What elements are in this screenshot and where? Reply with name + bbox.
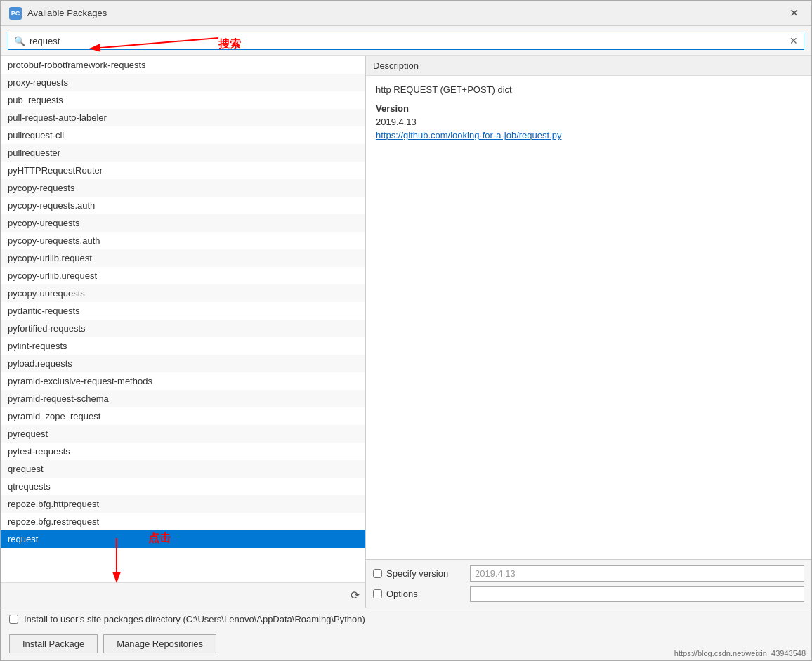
version-label: Version xyxy=(376,103,801,114)
install-checkbox-row: Install to user's site packages director… xyxy=(1,608,811,630)
package-item[interactable]: repoze.bfg.restrequest xyxy=(1,513,365,530)
right-panel: Description http REQUEST (GET+POST) dict… xyxy=(366,56,811,608)
package-item[interactable]: pullrequester xyxy=(1,144,365,162)
install-package-button[interactable]: Install Package xyxy=(9,634,98,653)
package-item[interactable]: pyload.requests xyxy=(1,355,365,372)
options-label[interactable]: Options xyxy=(373,589,464,599)
package-item[interactable]: pyHTTPRequestRouter xyxy=(1,162,365,179)
refresh-button[interactable]: ⟳ xyxy=(348,586,362,605)
search-bar: 🔍 ✕ xyxy=(1,26,811,56)
package-item[interactable]: pyramid-exclusive-request-methods xyxy=(1,372,365,390)
package-item[interactable]: pyramid-request-schema xyxy=(1,390,365,407)
description-body: http REQUEST (GET+POST) dict xyxy=(376,84,801,95)
package-item[interactable]: repoze.bfg.httprequest xyxy=(1,495,365,513)
left-panel: protobuf-robotframework-requestsproxy-re… xyxy=(1,56,366,608)
package-item[interactable]: pyfortified-requests xyxy=(1,320,365,337)
package-item[interactable]: pycopy-requests.auth xyxy=(1,197,365,214)
package-item[interactable]: pycopy-uurequests xyxy=(1,284,365,302)
description-content: http REQUEST (GET+POST) dict Version 201… xyxy=(366,76,811,559)
package-item[interactable]: pycopy-urequests.auth xyxy=(1,232,365,249)
clear-icon[interactable]: ✕ xyxy=(790,35,798,46)
package-item[interactable]: protobuf-robotframework-requests xyxy=(1,56,365,74)
options-checkbox[interactable] xyxy=(373,589,382,598)
version-input[interactable] xyxy=(470,565,804,582)
options-row: Options xyxy=(373,586,804,602)
close-button[interactable]: ✕ xyxy=(785,6,803,20)
watermark: https://blog.csdn.net/weixin_43943548 xyxy=(674,649,806,657)
package-item[interactable]: pub_requests xyxy=(1,91,365,109)
window-title: Available Packages xyxy=(27,8,107,18)
install-user-checkbox[interactable] xyxy=(9,615,18,624)
manage-repositories-button[interactable]: Manage Repositories xyxy=(103,634,216,653)
specify-version-checkbox[interactable] xyxy=(373,569,382,578)
package-item[interactable]: pycopy-urllib.request xyxy=(1,249,365,267)
package-item[interactable]: pydantic-requests xyxy=(1,302,365,320)
package-item[interactable]: request xyxy=(1,530,365,548)
package-item[interactable]: pycopy-urequests xyxy=(1,214,365,232)
options-input[interactable] xyxy=(470,586,804,602)
package-item[interactable]: pycopy-requests xyxy=(1,179,365,197)
package-item[interactable]: pullrequest-cli xyxy=(1,126,365,144)
title-bar-left: PC Available Packages xyxy=(9,7,107,20)
search-input[interactable] xyxy=(30,36,785,46)
package-item[interactable]: pyramid_zope_request xyxy=(1,407,365,425)
install-checkbox-label: Install to user's site packages director… xyxy=(24,614,365,624)
button-row-left: Install Package Manage Repositories xyxy=(9,634,216,653)
main-window: PC Available Packages ✕ 🔍 ✕ protobuf-rob… xyxy=(0,0,812,661)
package-item[interactable]: pylint-requests xyxy=(1,337,365,355)
package-item[interactable]: proxy-requests xyxy=(1,74,365,91)
package-item[interactable]: qrequest xyxy=(1,460,365,478)
bottom-controls: Specify version Options xyxy=(366,559,811,608)
version-number: 2019.4.13 xyxy=(376,117,801,127)
content-area: protobuf-robotframework-requestsproxy-re… xyxy=(1,56,811,608)
package-item[interactable]: pull-request-auto-labeler xyxy=(1,109,365,126)
search-input-wrap[interactable]: 🔍 ✕ xyxy=(8,32,804,50)
version-link[interactable]: https://github.com/looking-for-a-job/req… xyxy=(376,130,801,140)
app-icon: PC xyxy=(9,7,22,20)
specify-version-row: Specify version xyxy=(373,565,804,582)
title-bar: PC Available Packages ✕ xyxy=(1,1,811,26)
specify-version-label[interactable]: Specify version xyxy=(373,568,464,579)
search-icon: 🔍 xyxy=(14,36,25,46)
package-item[interactable]: pycopy-urllib.urequest xyxy=(1,267,365,284)
package-item[interactable]: pytest-requests xyxy=(1,443,365,460)
package-item[interactable]: pyrequest xyxy=(1,425,365,443)
description-header: Description xyxy=(366,56,811,76)
package-item[interactable]: qtrequests xyxy=(1,478,365,495)
package-list[interactable]: protobuf-robotframework-requestsproxy-re… xyxy=(1,56,365,582)
